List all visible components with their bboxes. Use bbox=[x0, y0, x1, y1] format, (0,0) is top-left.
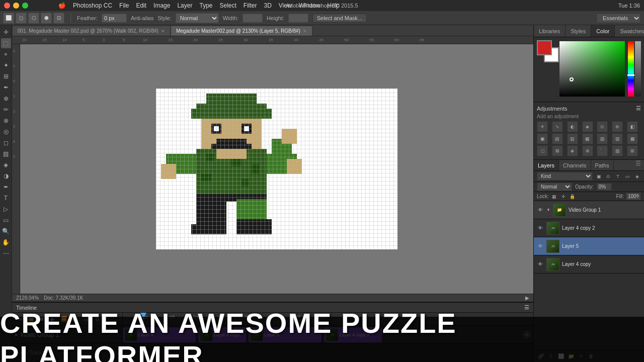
hand-tool[interactable]: ✋ bbox=[1, 237, 11, 247]
menu-file[interactable]: File bbox=[119, 2, 129, 9]
marquee-opt2-icon[interactable]: ⬡ bbox=[28, 13, 39, 24]
select-and-mask-button[interactable]: Select and Mask... bbox=[312, 14, 367, 23]
adj-pattern[interactable]: ⊕ bbox=[582, 145, 593, 156]
brush-tool[interactable]: ✏ bbox=[1, 105, 11, 115]
color-tab[interactable]: Color bbox=[591, 25, 615, 37]
adj-invert[interactable]: ▦ bbox=[582, 133, 593, 144]
eyedropper-tool[interactable]: ✒ bbox=[1, 82, 11, 93]
layer-eye-videogroup[interactable]: 👁 bbox=[537, 207, 544, 214]
clone-tool[interactable]: ⊗ bbox=[1, 116, 11, 126]
zoom-tool[interactable]: 🔍 bbox=[1, 226, 11, 236]
layer-item-videogroup[interactable]: 👁 ▼ 📁 Video Group 1 bbox=[534, 201, 644, 219]
marquee-opt3-icon[interactable]: ⬢ bbox=[41, 13, 52, 24]
extra-tool[interactable]: ⋯ bbox=[1, 248, 11, 258]
expand-icon[interactable]: ▶ bbox=[525, 295, 529, 301]
workspace-select[interactable]: Essentials bbox=[596, 13, 641, 23]
close-button[interactable] bbox=[4, 3, 10, 9]
minimize-button[interactable] bbox=[13, 3, 19, 9]
adj-threshold[interactable]: ▨ bbox=[612, 133, 623, 144]
adj-exposure[interactable]: ◐ bbox=[567, 121, 578, 132]
eraser-tool[interactable]: ◻ bbox=[1, 138, 11, 148]
libraries-tab[interactable]: Libraries bbox=[534, 25, 566, 37]
brightness-slider[interactable] bbox=[635, 41, 641, 97]
wand-tool[interactable]: ✦ bbox=[1, 60, 11, 70]
canvas-wrapper[interactable] bbox=[20, 44, 533, 294]
lock-all-icon[interactable]: 🔒 bbox=[569, 193, 576, 200]
adj-photo[interactable]: ▣ bbox=[537, 133, 548, 144]
lock-position-icon[interactable]: ✛ bbox=[560, 193, 567, 200]
adj-gradient2[interactable]: ▨ bbox=[612, 145, 623, 156]
layer-item-layer4copy2[interactable]: 👁 🎮 Layer 4 copy 2 bbox=[534, 219, 644, 237]
styles-tab[interactable]: Styles bbox=[566, 25, 591, 37]
hue-slider[interactable] bbox=[628, 41, 634, 97]
menu-edit[interactable]: Edit bbox=[136, 2, 146, 9]
menu-3d[interactable]: 3D bbox=[264, 2, 272, 9]
menu-select[interactable]: Select bbox=[219, 2, 236, 9]
width-input[interactable] bbox=[243, 14, 263, 23]
gradient-tool[interactable]: ▨ bbox=[1, 149, 11, 159]
marquee-tool-icon[interactable]: ⬜ bbox=[3, 13, 14, 24]
layer-filter-select[interactable]: Kind bbox=[537, 172, 593, 180]
foreground-color-swatch[interactable] bbox=[537, 40, 552, 55]
adj-color[interactable]: ▥ bbox=[567, 133, 578, 144]
filter-shape-icon[interactable]: ▭ bbox=[623, 172, 631, 180]
move-tool[interactable]: ✛ bbox=[1, 27, 11, 37]
fill-input[interactable] bbox=[626, 193, 641, 200]
marquee-alt-icon[interactable]: ◻ bbox=[16, 13, 27, 24]
lock-pixels-icon[interactable]: ▦ bbox=[551, 193, 558, 200]
opacity-input[interactable] bbox=[597, 183, 612, 191]
heal-tool[interactable]: ⊕ bbox=[1, 94, 11, 104]
menu-photoshop[interactable]: Photoshop CC bbox=[73, 2, 112, 9]
tab-2-close[interactable]: ✕ bbox=[303, 29, 307, 34]
adj-levels[interactable]: ⊠ bbox=[552, 145, 563, 156]
layer-eye-layer5[interactable]: 👁 bbox=[537, 243, 544, 250]
layers-panel-menu[interactable]: ☰ bbox=[632, 160, 644, 170]
menu-image[interactable]: Image bbox=[153, 2, 170, 9]
tab-1-close[interactable]: ✕ bbox=[161, 29, 165, 34]
tab-2[interactable]: Megadude Master002.psd @ 2130% (Layer 5,… bbox=[171, 26, 312, 36]
layer-item-layer4copy[interactable]: 👁 🎮 Layer 4 copy bbox=[534, 255, 644, 274]
tab-1[interactable]: 001. Megadude Master 002.psd @ 2670% (Wa… bbox=[12, 26, 171, 36]
adj-mix[interactable]: ▤ bbox=[552, 133, 563, 144]
filter-smart-icon[interactable]: ◈ bbox=[633, 172, 641, 180]
menu-layer[interactable]: Layer bbox=[177, 2, 192, 9]
channels-tab[interactable]: Channels bbox=[559, 160, 591, 170]
dodge-tool[interactable]: ◑ bbox=[1, 171, 11, 181]
style-select[interactable]: Normal Fixed Ratio Fixed Size bbox=[176, 13, 219, 23]
crop-tool[interactable]: ⊞ bbox=[1, 71, 11, 81]
pen-tool[interactable]: ✒ bbox=[1, 182, 11, 192]
adj-shadow[interactable]: ◈ bbox=[567, 145, 578, 156]
adjustments-menu[interactable]: ☰ bbox=[636, 105, 641, 112]
adj-selective[interactable]: ◻ bbox=[537, 145, 548, 156]
adj-vibrance[interactable]: ◈ bbox=[582, 121, 593, 132]
menu-apple[interactable]: 🍎 bbox=[58, 2, 66, 9]
color-gradient-picker[interactable] bbox=[559, 41, 625, 97]
filter-pixel-icon[interactable]: ▣ bbox=[595, 172, 603, 180]
pixel-canvas[interactable] bbox=[156, 88, 397, 249]
path-tool[interactable]: ▷ bbox=[1, 204, 11, 214]
swatches-tab[interactable]: Swatches bbox=[615, 25, 644, 37]
adj-bw[interactable]: ◧ bbox=[627, 121, 638, 132]
adj-brightness[interactable]: ☀ bbox=[537, 121, 548, 132]
menu-type[interactable]: Type bbox=[199, 2, 212, 9]
text-tool[interactable]: T bbox=[1, 193, 11, 203]
adj-pattern2[interactable]: ⊞ bbox=[627, 145, 638, 156]
history-tool[interactable]: ◎ bbox=[1, 127, 11, 137]
color-picker-cursor[interactable] bbox=[570, 77, 574, 81]
adj-solid[interactable]: ⬛ bbox=[597, 145, 608, 156]
layers-tab[interactable]: Layers bbox=[534, 160, 559, 170]
blend-mode-select[interactable]: Normal bbox=[537, 183, 572, 191]
feather-input[interactable] bbox=[102, 14, 127, 23]
adj-poster[interactable]: ▧ bbox=[597, 133, 608, 144]
filter-adj-icon[interactable]: ⊙ bbox=[604, 172, 612, 180]
adj-colorbal[interactable]: ⊛ bbox=[612, 121, 623, 132]
lasso-tool[interactable]: ⌖ bbox=[1, 49, 11, 59]
layer-item-layer5[interactable]: 👁 🎮 Layer 5 bbox=[534, 237, 644, 255]
blur-tool[interactable]: ◈ bbox=[1, 160, 11, 170]
maximize-button[interactable] bbox=[22, 3, 28, 9]
menu-filter[interactable]: Filter bbox=[244, 2, 257, 9]
filter-text-icon[interactable]: T bbox=[614, 172, 622, 180]
paths-tab[interactable]: Paths bbox=[591, 160, 614, 170]
layer-eye-layer4copy[interactable]: 👁 bbox=[537, 261, 544, 268]
traffic-lights[interactable] bbox=[4, 3, 28, 9]
